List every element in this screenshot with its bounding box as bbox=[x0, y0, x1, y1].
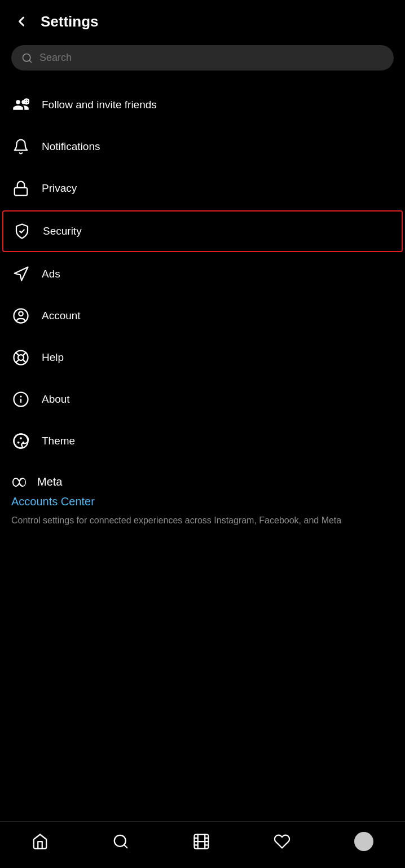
info-circle-icon bbox=[11, 390, 30, 409]
meta-logo: Meta bbox=[11, 475, 394, 488]
svg-point-18 bbox=[17, 442, 20, 444]
svg-point-7 bbox=[19, 312, 23, 316]
menu-item-security[interactable]: Security bbox=[2, 210, 403, 252]
svg-line-1 bbox=[29, 60, 32, 62]
bottom-navigation bbox=[0, 821, 405, 868]
search-icon bbox=[21, 52, 33, 64]
nav-search[interactable] bbox=[103, 830, 138, 853]
menu-item-about[interactable]: About bbox=[0, 378, 405, 420]
svg-line-13 bbox=[16, 360, 19, 363]
menu-item-theme[interactable]: Theme bbox=[0, 420, 405, 462]
search-container bbox=[0, 41, 405, 84]
svg-line-22 bbox=[124, 845, 127, 848]
accounts-center-description: Control settings for connected experienc… bbox=[11, 514, 394, 527]
lifebuoy-icon bbox=[11, 348, 30, 367]
back-button[interactable] bbox=[11, 11, 32, 32]
menu-label-ads: Ads bbox=[42, 268, 60, 280]
menu-label-account: Account bbox=[42, 310, 81, 322]
header: Settings bbox=[0, 0, 405, 41]
menu-label-help: Help bbox=[42, 351, 64, 364]
menu-label-notifications: Notifications bbox=[42, 140, 100, 153]
svg-point-19 bbox=[20, 437, 22, 439]
menu-label-privacy: Privacy bbox=[42, 182, 77, 195]
menu-item-help[interactable]: Help bbox=[0, 337, 405, 378]
bell-icon bbox=[11, 137, 30, 156]
svg-rect-5 bbox=[15, 188, 28, 196]
accounts-center-link[interactable]: Accounts Center bbox=[11, 495, 394, 508]
nav-reels[interactable] bbox=[184, 830, 219, 853]
page-title: Settings bbox=[41, 13, 99, 30]
back-arrow-icon bbox=[14, 14, 29, 29]
menu-item-account[interactable]: Account bbox=[0, 295, 405, 337]
menu-label-follow: Follow and invite friends bbox=[42, 99, 157, 111]
nav-profile[interactable] bbox=[345, 829, 382, 854]
avatar bbox=[354, 832, 373, 851]
home-icon bbox=[32, 833, 49, 850]
svg-line-12 bbox=[23, 353, 26, 355]
search-bar[interactable] bbox=[11, 45, 394, 71]
meta-logo-icon bbox=[11, 476, 32, 488]
menu-item-privacy[interactable]: Privacy bbox=[0, 168, 405, 209]
menu-label-about: About bbox=[42, 393, 70, 406]
nav-activity[interactable] bbox=[265, 830, 300, 853]
menu-item-notifications[interactable]: Notifications bbox=[0, 126, 405, 168]
meta-section: Meta Accounts Center Control settings fo… bbox=[0, 462, 405, 532]
menu-item-ads[interactable]: Ads bbox=[0, 253, 405, 295]
nav-home[interactable] bbox=[23, 830, 58, 853]
lock-icon bbox=[11, 179, 30, 198]
menu-label-security: Security bbox=[43, 225, 82, 237]
search-input[interactable] bbox=[39, 52, 384, 64]
svg-line-10 bbox=[16, 353, 19, 355]
search-nav-icon bbox=[112, 833, 129, 850]
menu-item-follow[interactable]: Follow and invite friends bbox=[0, 84, 405, 126]
settings-menu: Follow and invite friends Notifications … bbox=[0, 84, 405, 462]
heart-icon bbox=[274, 833, 290, 850]
svg-line-11 bbox=[23, 360, 26, 363]
menu-label-theme: Theme bbox=[42, 435, 75, 447]
person-add-icon bbox=[11, 95, 30, 114]
palette-icon bbox=[11, 431, 30, 451]
meta-text: Meta bbox=[37, 475, 62, 488]
reels-icon bbox=[193, 833, 210, 850]
person-circle-icon bbox=[11, 306, 30, 325]
megaphone-icon bbox=[11, 265, 30, 284]
shield-check-icon bbox=[12, 222, 32, 241]
